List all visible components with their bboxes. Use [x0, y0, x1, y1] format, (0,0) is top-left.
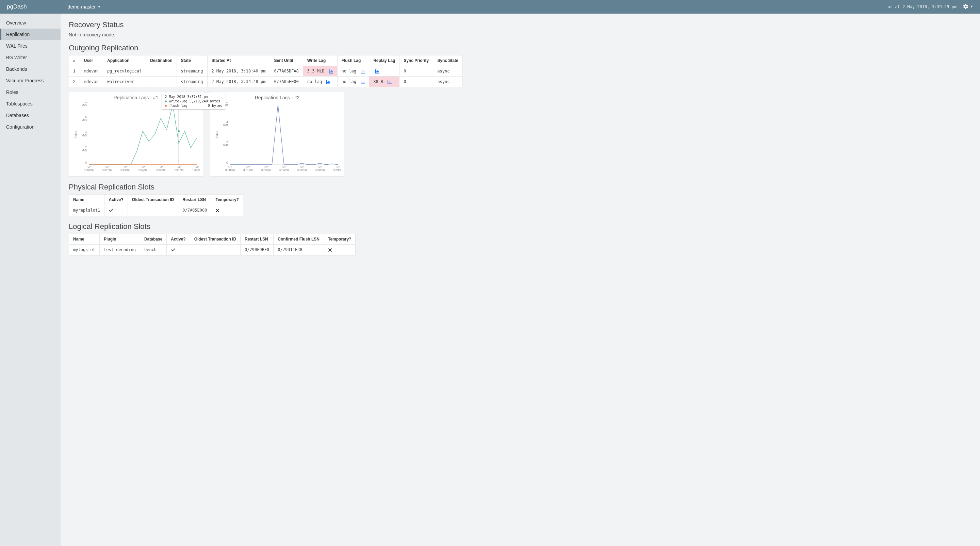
sync-priority: 0	[399, 76, 433, 87]
row-num: 2	[69, 76, 80, 87]
temporary	[211, 205, 243, 216]
chart-card-1[interactable]: Replication Lags - #1 bytes02MiB4MiB6MiB…	[69, 91, 203, 176]
state: streaming	[177, 66, 207, 76]
sync-priority: 0	[399, 66, 433, 76]
col-header: Oldest Transaction ID	[190, 234, 240, 244]
sidebar-item-backends[interactable]: Backends	[0, 63, 60, 75]
col-header: Active?	[105, 195, 127, 205]
settings-menu[interactable]: ▼	[963, 3, 973, 10]
sidebar-item-configuration[interactable]: Configuration	[0, 121, 60, 133]
gear-icon	[963, 3, 969, 10]
sidebar-item-bg-writer[interactable]: BG Writer	[0, 52, 60, 63]
svg-text:3:34pm: 3:34pm	[138, 168, 147, 172]
col-header: Sent Until	[270, 56, 303, 66]
tooltip-time: 2 May 2018 3:37:51 pm	[165, 95, 222, 99]
table-row: myreplslot1 0/7A05E000	[69, 205, 243, 216]
svg-text:MiB: MiB	[82, 118, 87, 122]
sync-state: async	[433, 76, 463, 87]
col-header: Restart LSN	[240, 234, 274, 244]
col-header: Application	[103, 56, 146, 66]
caret-down-icon: ▼	[98, 5, 101, 8]
started-at: 2 May 2018, 3:34:48 pm	[207, 76, 270, 87]
col-header: Plugin	[100, 234, 140, 244]
write-lag: 3.3 MiB	[303, 66, 337, 76]
table-row: mylogslottest_decodingbench 0/790F9BF00/…	[69, 244, 356, 255]
svg-text:3:33pm: 3:33pm	[261, 168, 270, 172]
sidebar-item-tablespaces[interactable]: Tablespaces	[0, 98, 60, 110]
brand-logo[interactable]: pgDash	[7, 3, 27, 10]
col-header: #	[69, 56, 80, 66]
chart-icon[interactable]	[329, 69, 333, 73]
svg-text:3:39pm: 3:39pm	[192, 168, 200, 172]
col-header: Started At	[207, 56, 270, 66]
temporary	[324, 244, 355, 255]
outgoing-title: Outgoing Replication	[69, 44, 972, 52]
caret-down-icon: ▼	[970, 5, 973, 8]
logical-table: NamePluginDatabaseActive?Oldest Transact…	[69, 234, 356, 256]
sent-until: 0/7A05DFA8	[270, 66, 303, 76]
svg-text:3:38pm: 3:38pm	[315, 168, 325, 172]
snapshot-timestamp: as at 2 May 2018, 3:39:29 pm	[888, 5, 956, 9]
header-bar: pgDash demo-master ▼ as at 2 May 2018, 3…	[0, 0, 980, 14]
svg-text:3:31pm: 3:31pm	[102, 168, 111, 172]
col-header: Name	[69, 195, 105, 205]
svg-text:MiB: MiB	[82, 134, 87, 137]
col-header: Name	[69, 234, 100, 244]
col-header: Replay Lag	[369, 56, 399, 66]
chart-1-svg: bytes02MiB4MiB6MiB8MiB5/23:30pm5/23:31pm…	[73, 102, 200, 175]
charts-row: Replication Lags - #1 bytes02MiB4MiB6MiB…	[69, 91, 972, 176]
sidebar-item-overview[interactable]: Overview	[0, 17, 60, 29]
destination	[146, 66, 177, 76]
svg-text:MiB: MiB	[82, 149, 87, 152]
sidebar-item-roles[interactable]: Roles	[0, 86, 60, 98]
recovery-title: Recovery Status	[69, 21, 972, 29]
sent-until: 0/7A05E000	[270, 76, 303, 87]
oldest-txid	[190, 244, 240, 255]
database: bench	[140, 244, 166, 255]
plugin: test_decoding	[100, 244, 140, 255]
sidebar-item-replication[interactable]: Replication	[0, 29, 60, 40]
chart-icon[interactable]	[375, 69, 379, 73]
sidebar-item-wal-files[interactable]: WAL Files	[0, 40, 60, 52]
svg-text:3:39pm: 3:39pm	[333, 168, 341, 172]
chart-card-2[interactable]: Replication Lags - #2 bytes02KiB4KiB6KiB…	[210, 91, 344, 176]
svg-text:3:34pm: 3:34pm	[279, 168, 288, 172]
oldest-txid	[127, 205, 178, 216]
svg-text:3:36pm: 3:36pm	[156, 168, 165, 172]
state: streaming	[177, 76, 207, 87]
svg-text:3:30pm: 3:30pm	[225, 168, 235, 172]
svg-text:3:36pm: 3:36pm	[297, 168, 307, 172]
table-row: 1mdevanpg_recvlogical streaming2 May 201…	[69, 66, 463, 76]
svg-text:bytes: bytes	[74, 131, 77, 138]
server-dropdown[interactable]: demo-master ▼	[68, 4, 101, 10]
chart-2-title: Replication Lags - #2	[214, 95, 340, 100]
chart-icon[interactable]	[326, 79, 331, 84]
svg-point-26	[178, 130, 180, 132]
chart-icon[interactable]	[388, 79, 392, 84]
chart-tooltip: 2 May 2018 3:37:51 pm ● write-lag 5,210,…	[162, 93, 225, 110]
physical-title: Physical Replication Slots	[69, 183, 972, 192]
restart-lsn: 0/7A05E000	[178, 205, 211, 216]
col-header: Sync Priority	[399, 56, 433, 66]
sidebar-item-vacuum-progress[interactable]: Vacuum Progress	[0, 75, 60, 86]
chart-icon[interactable]	[361, 69, 365, 73]
col-header: Oldest Transaction ID	[127, 195, 178, 205]
svg-text:3:31pm: 3:31pm	[243, 168, 253, 172]
svg-text:3:33pm: 3:33pm	[120, 168, 129, 172]
slot-name: myreplslot1	[69, 205, 105, 216]
dot-icon: ●	[165, 104, 167, 108]
col-header: Temporary?	[211, 195, 243, 205]
row-num: 1	[69, 66, 80, 76]
sync-state: async	[433, 66, 463, 76]
col-header: Flush Lag	[337, 56, 369, 66]
svg-text:0: 0	[226, 161, 228, 164]
application: pg_recvlogical	[103, 66, 146, 76]
chart-icon[interactable]	[361, 79, 365, 84]
svg-text:0: 0	[85, 161, 87, 164]
recovery-subtitle: Not in recovery mode.	[69, 32, 972, 37]
main-content: Recovery Status Not in recovery mode. Ou…	[60, 14, 980, 546]
svg-text:3:38pm: 3:38pm	[174, 168, 183, 172]
col-header: Confirmed Flush LSN	[274, 234, 324, 244]
sidebar-item-databases[interactable]: Databases	[0, 110, 60, 121]
started-at: 2 May 2018, 3:18:40 pm	[207, 66, 270, 76]
